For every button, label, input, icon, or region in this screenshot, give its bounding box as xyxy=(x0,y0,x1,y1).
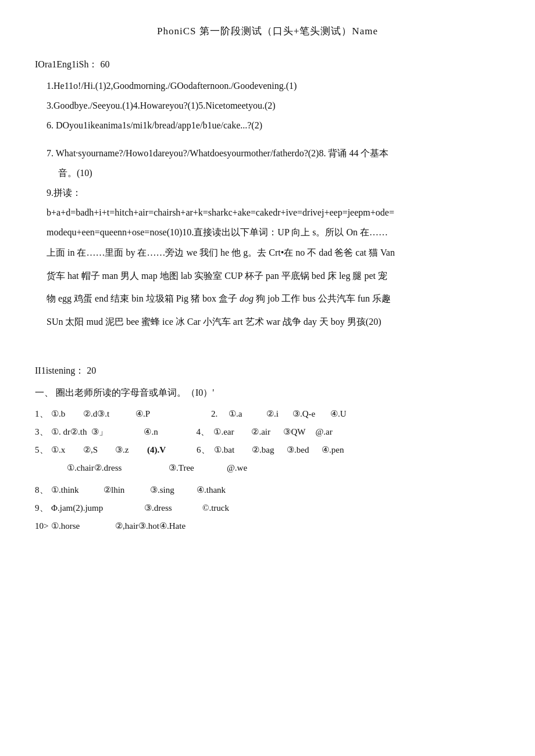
option-item: @.ar xyxy=(315,424,332,440)
option-item: ③.bed xyxy=(287,442,322,458)
row-num: 8、 xyxy=(35,482,51,498)
dog-italic: dog xyxy=(240,293,254,303)
row-num: 6、 xyxy=(197,442,214,458)
option-item: ②.d③.t xyxy=(83,406,135,422)
oral-heading: IOra1Eng1iSh： 60 xyxy=(35,56,500,72)
option-item: @.we xyxy=(227,460,247,476)
direct-read-2: 货车 hat 帽子 man 男人 map 地图 lab 实验室 CUP 杯子 p… xyxy=(47,267,500,285)
listening-section: II1istening： 20 一、 圈出老师所读的字母音或单词。（I0）' 1… xyxy=(35,363,500,533)
row-num: 9、 xyxy=(35,500,51,516)
oral-item-sound: 音。(10) xyxy=(58,165,500,181)
oral-item-3: 3.Goodbye./Seeyou.(1)4.Howareyou?(1)5.Ni… xyxy=(47,98,500,114)
option-item: ④.n xyxy=(144,424,196,440)
option-item: ①.chair②.dress xyxy=(67,460,169,476)
row-num: 5、 xyxy=(35,442,51,458)
table-row: 9、 Φ.jam(2).jump ③.dress ©.truck xyxy=(35,500,500,516)
option-item: ②lhin xyxy=(104,482,150,498)
option-item: ③.Tree xyxy=(169,460,227,476)
oral-item-9: 9.拼读： xyxy=(47,185,500,201)
row-num: 3、 xyxy=(35,424,51,440)
oral-item-6: 6. DOyou1ikeanima1s/mi1k/bread/app1e/b1u… xyxy=(47,117,500,134)
option-item: ①.b xyxy=(51,406,83,422)
oral-item-7: 7. What·syourname?/Howo1dareyou?/Whatdoe… xyxy=(47,145,500,162)
option-item: ③.dress xyxy=(144,500,202,516)
option-item: (4).V xyxy=(147,442,197,458)
table-row: 3、 ①. dr②.th ③」 ④.n 4、 ①.ear ②.air ③QW @… xyxy=(35,424,500,440)
option-item: ③」 xyxy=(91,424,144,440)
pindu-block-2: modequ+een=queenn+ose=nose(10)10.直接读出以下单… xyxy=(47,224,500,241)
option-item: ©.truck xyxy=(202,500,229,516)
option-item: ④.pen xyxy=(322,442,344,458)
listen-instruction: 一、 圈出老师所读的字母音或单词。（I0）' xyxy=(35,385,500,400)
direct-read-3: 物 egg 鸡蛋 end 结束 bin 垃圾箱 Pig 猪 box 盒子 dog… xyxy=(47,290,500,307)
option-item: ③QW xyxy=(283,424,315,440)
option-item: Φ.jam(2).jump xyxy=(51,500,144,516)
option-item: ③.Q-e xyxy=(293,406,330,422)
pindu-block-1: b+a+d=badh+i+t=hitch+air=chairsh+ar+k=sh… xyxy=(47,205,500,221)
option-item: ④.U xyxy=(330,406,347,422)
option-item: ③.sing xyxy=(150,482,197,498)
option-item: ②.bag xyxy=(252,442,287,458)
table-row: 8、 ①.think ②lhin ③.sing ④.thank xyxy=(35,482,500,498)
option-item: ④.thank xyxy=(197,482,226,498)
option-item: ①.think xyxy=(51,482,104,498)
listening-heading: II1istening： 20 xyxy=(35,363,500,378)
row-num: 10> xyxy=(35,518,51,534)
option-item: ④.P xyxy=(135,406,211,422)
row-num: 4、 xyxy=(196,424,213,440)
option-item: ②.air xyxy=(251,424,283,440)
option-item: ①.bat xyxy=(214,442,252,458)
option-item: ①. dr②.th xyxy=(51,424,87,440)
oral-section: IOra1Eng1iSh： 60 1.He11o!/Hi.(1)2,Goodmo… xyxy=(35,56,500,331)
option-item: ①.horse xyxy=(51,518,115,534)
option-item: ②,hair③.hot④.Hate xyxy=(115,518,186,534)
option-item: ①.ear xyxy=(213,424,251,440)
option-item: ②.i xyxy=(266,406,293,422)
listen-rows: 1、 ①.b ②.d③.t ④.P 2. ①.a ②.i ③.Q-e ④.U 3… xyxy=(35,406,500,534)
table-row: ①.chair②.dress ③.Tree @.we xyxy=(67,460,500,476)
page-title: PhoniCS 第一阶段测试（口头+笔头测试）Name xyxy=(35,23,500,40)
oral-item-1: 1.He11o!/Hi.(1)2,Goodmorning./GOodaftern… xyxy=(47,78,500,94)
option-item: ①.x xyxy=(51,442,83,458)
direct-read-4: SUn 太阳 mud 泥巴 bee 蜜蜂 ice 冰 Car 小汽车 art 艺… xyxy=(47,313,500,331)
table-row: 10> ①.horse ②,hair③.hot④.Hate xyxy=(35,518,500,534)
option-item: ①.a xyxy=(229,406,266,422)
table-row: 1、 ①.b ②.d③.t ④.P 2. ①.a ②.i ③.Q-e ④.U xyxy=(35,406,500,422)
option-item: ②,S xyxy=(83,442,115,458)
table-row: 5、 ①.x ②,S ③.z (4).V 6、 ①.bat ②.bag ③.be… xyxy=(35,442,500,458)
row-num: 1、 xyxy=(35,406,51,422)
direct-read-1: 上面 in 在……里面 by 在……旁边 we 我们 he 他 g。去 Crt•… xyxy=(47,244,500,261)
option-item: ③.z xyxy=(115,442,147,458)
row-num: 2. xyxy=(211,406,229,422)
